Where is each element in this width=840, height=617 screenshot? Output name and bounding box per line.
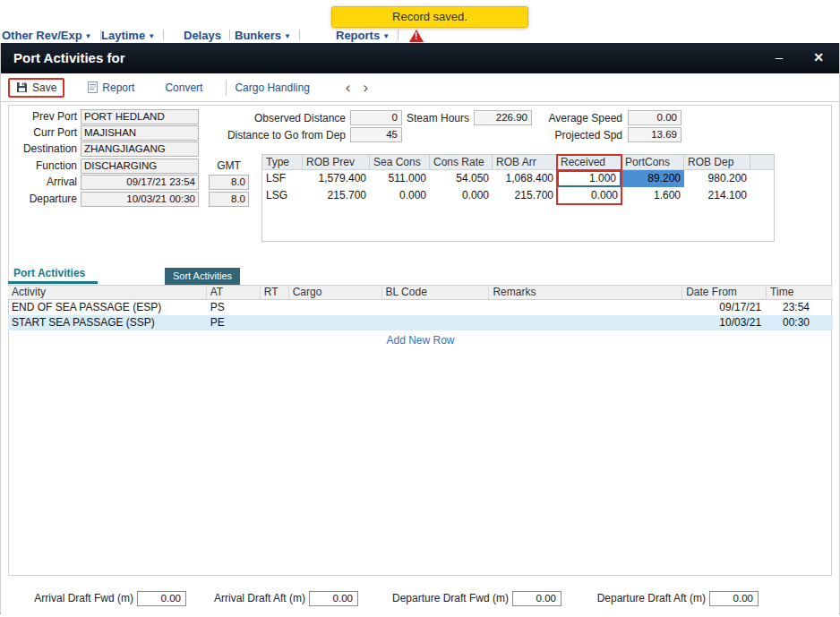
distance-to-go-field[interactable]: 45 [350,127,402,142]
col-rob-arr: ROB Arr [493,155,557,169]
bunker-header-row: Type ROB Prev Sea Cons Cons Rate ROB Arr… [262,155,774,170]
lsf-port-cons-cell[interactable]: 89.200 [621,170,684,187]
lsg-rob-dep-cell[interactable]: 214.100 [684,187,750,204]
prev-record-button[interactable]: ‹ [346,81,351,94]
bunker-row-lsg: LSG 215.700 0.000 0.000 215.700 0.000 1.… [262,187,774,204]
col-rob-dep: ROB Dep [684,155,750,169]
next-record-button[interactable]: › [363,81,368,94]
steam-hours-field[interactable]: 226.90 [474,110,532,125]
lsf-cons-rate-cell[interactable]: 54.050 [430,170,493,187]
close-icon[interactable]: ✕ [805,43,832,72]
col-received: Received [557,155,621,169]
curr-port-field[interactable]: MAJISHAN [81,125,199,141]
bunker-table: Type ROB Prev Sea Cons Cons Rate ROB Arr… [261,154,775,242]
col-type: Type [262,155,303,169]
destination-label: Destination [1,141,77,157]
dialog-titlebar: Port Activities for – ✕ [1,43,839,73]
activities-header-row: Activity AT RT Cargo BL Code Remarks Dat… [8,285,833,300]
cargo-handling-button[interactable]: Cargo Handling [235,81,309,94]
col-filler [750,155,774,169]
lsg-rob-prev-cell[interactable]: 215.700 [303,187,370,204]
toolbar: Save Report Convert Cargo Handling ‹ › [1,73,839,102]
projected-spd-label: Projected Spd [538,128,622,143]
lsg-port-cons-cell[interactable]: 1.600 [621,187,684,204]
add-new-row-link[interactable]: Add New Row [8,334,833,347]
function-label: Function [1,159,77,174]
col-activity: Activity [8,286,207,299]
curr-port-label: Curr Port [1,125,77,141]
arrival-label: Arrival [1,175,77,190]
departure-draft-fwd-field[interactable]: 0.00 [512,591,561,606]
col-cons-rate: Cons Rate [430,155,493,169]
arrival-draft-aft-label: Arrival Draft Aft (m) [200,591,305,606]
col-at: AT [207,286,261,299]
chevron-down-icon: ▼ [85,32,92,40]
menu-item-other-rev-exp[interactable]: Other Rev/Exp▼ [2,28,92,44]
arrival-draft-fwd-field[interactable]: 0.00 [137,591,186,606]
lsg-type-cell[interactable]: LSG [262,187,303,204]
average-speed-field[interactable]: 0.00 [628,110,681,125]
function-field[interactable]: DISCHARGING [81,159,199,174]
lsf-sea-cons-cell[interactable]: 511.000 [370,170,430,187]
col-cargo: Cargo [289,286,382,299]
activity-row[interactable]: START SEA PASSAGE (SSP) PE 10/03/21 00:3… [8,315,833,330]
lsf-type-cell[interactable]: LSF [262,170,303,187]
arrival-draft-fwd-label: Arrival Draft Fwd (m) [26,591,133,606]
observed-distance-label: Observed Distance [229,111,346,126]
tab-sort-activities[interactable]: Sort Activities [165,268,240,285]
toast-notification: Record saved. [331,6,528,28]
arrival-draft-aft-field[interactable]: 0.00 [309,591,358,606]
report-button[interactable]: Report [88,81,134,94]
menu-item-laytime[interactable]: Laytime▼ [101,28,155,44]
col-time: Time [767,286,833,299]
report-icon [88,81,98,93]
screen: Other Rev/Exp▼ Laytime▼ Delays Bunkers▼ … [0,0,840,617]
lsf-rob-dep-cell[interactable]: 980.200 [684,170,750,187]
departure-gmt-field[interactable]: 8.0 [209,192,249,207]
menu-item-bunkers[interactable]: Bunkers▼ [235,28,291,44]
menu-item-reports[interactable]: Reports▼ [336,28,390,44]
chevron-down-icon: ▼ [382,32,390,40]
col-remarks: Remarks [489,286,682,299]
chevron-down-icon: ▼ [148,32,155,40]
steam-hours-label: Steam Hours [395,111,469,126]
col-rt: RT [261,286,289,299]
col-sea-cons: Sea Cons [370,155,430,169]
background-menu-bar: Other Rev/Exp▼ Laytime▼ Delays Bunkers▼ … [0,28,840,44]
prev-port-field[interactable]: PORT HEDLAND [81,109,199,124]
departure-draft-aft-label: Departure Draft Aft (m) [579,591,706,606]
lsg-rob-arr-cell[interactable]: 215.700 [493,187,557,204]
lsf-received-cell[interactable]: 1.000 [557,170,621,187]
dialog-title: Port Activities for [13,43,124,73]
average-speed-label: Average Speed [538,111,622,126]
departure-datetime-field[interactable]: 10/03/21 00:30 [81,192,199,207]
port-activities-dialog: Port Activities for – ✕ Save Report Conv… [0,43,840,614]
col-bl-code: BL Code [382,286,490,299]
save-icon [16,81,28,93]
gmt-label: GMT [209,159,249,174]
departure-draft-aft-field[interactable]: 0.00 [709,591,759,606]
projected-spd-field[interactable]: 13.69 [628,127,681,142]
lsg-cons-rate-cell[interactable]: 0.000 [430,187,493,204]
dialog-content: Prev Port PORT HEDLAND Curr Port MAJISHA… [1,102,839,614]
tab-port-activities[interactable]: Port Activities [13,267,85,279]
lsg-received-cell[interactable]: 0.000 [557,187,621,204]
lsf-rob-arr-cell[interactable]: 1,068.400 [493,170,557,187]
col-date-from: Date From [682,286,767,299]
col-rob-prev: ROB Prev [303,155,370,169]
lsg-sea-cons-cell[interactable]: 0.000 [370,187,430,204]
menu-item-delays[interactable]: Delays [184,28,221,43]
active-tab-underline [8,281,98,284]
lsf-rob-prev-cell[interactable]: 1,579.400 [303,170,370,187]
toolbar-divider [226,80,227,96]
chevron-down-icon: ▼ [284,32,291,40]
convert-button[interactable]: Convert [165,81,202,94]
warning-icon [409,30,424,42]
arrival-gmt-field[interactable]: 8.0 [209,175,249,190]
save-button[interactable]: Save [8,78,64,98]
arrival-datetime-field[interactable]: 09/17/21 23:54 [81,175,199,190]
col-port-cons: PortCons [621,155,684,169]
destination-field[interactable]: ZHANGJIAGANG [81,141,199,157]
minimize-button[interactable]: – [766,43,793,72]
activity-row[interactable]: END OF SEA PASSAGE (ESP) PS 09/17/21 23:… [8,300,833,315]
